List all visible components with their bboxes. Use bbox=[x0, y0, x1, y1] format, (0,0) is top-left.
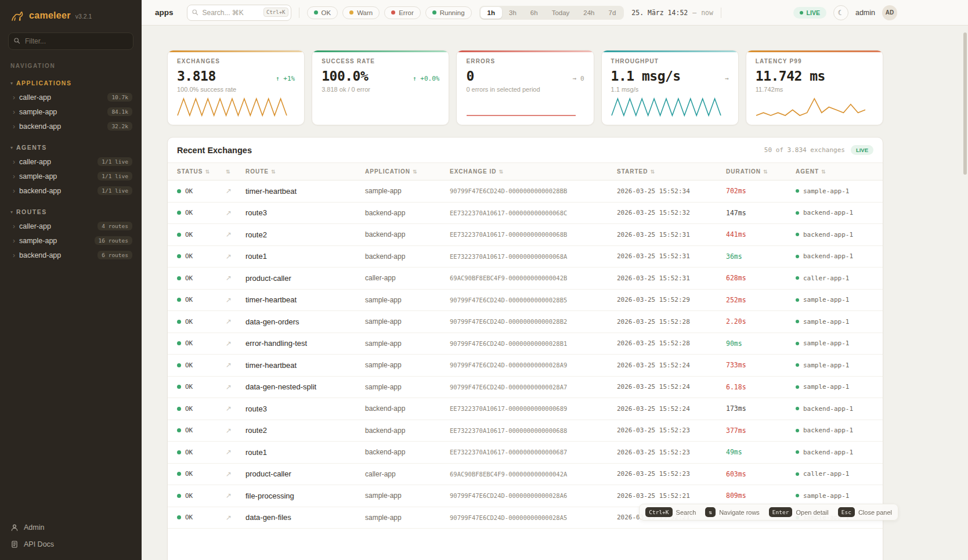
open-detail-icon[interactable]: ↗ bbox=[223, 427, 245, 435]
route-cell: data-gen-nested-split bbox=[245, 382, 365, 391]
status-dot-icon bbox=[391, 10, 395, 15]
agent-cell: backend-app-1 bbox=[796, 231, 873, 239]
sidebar-item-label: caller-app bbox=[19, 222, 51, 230]
open-detail-icon[interactable]: ↗ bbox=[223, 492, 245, 500]
agent-cell: backend-app-1 bbox=[796, 449, 873, 456]
table-row[interactable]: OK ↗ error-handling-test sample-app 9079… bbox=[168, 333, 883, 355]
stat-card-throughput: THROUGHPUT 1.1 msg/s → 1.1 msg/s bbox=[601, 50, 739, 125]
open-detail-icon[interactable]: ↗ bbox=[223, 383, 245, 391]
search-shortcut-badge: Ctrl+K bbox=[263, 8, 288, 17]
time-range-button[interactable]: 7d bbox=[602, 7, 623, 19]
col-exchange-id[interactable]: EXCHANGE ID⇅ bbox=[450, 168, 617, 175]
table-row[interactable]: OK ↗ route1 backend-app EE7322370A10617-… bbox=[168, 246, 883, 268]
col-agent[interactable]: AGENT⇅ bbox=[796, 168, 873, 175]
status-filter-chip[interactable]: Warn bbox=[342, 6, 380, 19]
table-row[interactable]: OK ↗ timer-heartbeat sample-app 90799F47… bbox=[168, 180, 883, 203]
main-area: apps Ctrl+K OK Warn Err bbox=[142, 0, 968, 560]
agent-label: backend-app-1 bbox=[803, 252, 853, 260]
sidebar-item-admin[interactable]: Admin bbox=[10, 523, 131, 532]
agent-cell: sample-app-1 bbox=[796, 187, 873, 195]
time-range-button[interactable]: Today bbox=[545, 7, 577, 19]
status-filter-chip[interactable]: Running bbox=[425, 6, 472, 19]
open-detail-icon[interactable]: ↗ bbox=[223, 470, 245, 478]
time-range-button[interactable]: 6h bbox=[523, 7, 545, 19]
exchange-id-cell: 69AC90BF8EBC4F9-000000000000042B bbox=[450, 274, 617, 281]
scrollbar-thumb[interactable] bbox=[963, 32, 967, 175]
col-route[interactable]: ROUTE⇅ bbox=[245, 168, 365, 175]
status-filter-chip[interactable]: OK bbox=[307, 6, 338, 19]
sidebar-item-route[interactable]: › backend-app 6 routes bbox=[0, 248, 142, 262]
table-row[interactable]: OK ↗ route3 backend-app EE7322370A10617-… bbox=[168, 203, 883, 225]
open-detail-icon[interactable]: ↗ bbox=[223, 187, 245, 195]
chevron-right-icon: › bbox=[13, 237, 15, 244]
avatar[interactable]: AD bbox=[882, 5, 897, 20]
col-open[interactable]: ⇅ bbox=[223, 169, 245, 175]
open-detail-icon[interactable]: ↗ bbox=[223, 296, 245, 304]
open-detail-icon[interactable]: ↗ bbox=[223, 317, 245, 326]
live-toggle[interactable]: LIVE bbox=[793, 7, 826, 19]
status-cell: OK bbox=[177, 231, 223, 239]
table-row[interactable]: OK ↗ product-caller caller-app 69AC90BF8… bbox=[168, 268, 883, 290]
exchange-id-cell: 90799F47E6CD24D-00000000000028BB bbox=[450, 187, 617, 194]
open-detail-icon[interactable]: ↗ bbox=[223, 361, 245, 369]
sidebar-item-agent[interactable]: › sample-app 1/1 live bbox=[0, 169, 142, 183]
table-row[interactable]: OK ↗ product-caller caller-app 69AC90BF8… bbox=[168, 464, 883, 486]
stat-subtitle: 3.818 ok / 0 error bbox=[322, 86, 439, 93]
open-detail-icon[interactable]: ↗ bbox=[223, 252, 245, 261]
status-label: OK bbox=[185, 470, 193, 478]
sidebar-item-agent[interactable]: › backend-app 1/1 live bbox=[0, 183, 142, 198]
live-dot-icon bbox=[800, 11, 803, 15]
sidebar-item-application[interactable]: › caller-app 10.7k bbox=[0, 90, 142, 104]
user-name[interactable]: admin bbox=[855, 9, 875, 17]
sidebar-item-route[interactable]: › sample-app 16 routes bbox=[0, 233, 142, 248]
sidebar-item-agent[interactable]: › caller-app 1/1 live bbox=[0, 154, 142, 169]
open-detail-icon[interactable]: ↗ bbox=[223, 339, 245, 348]
topbar-right: LIVE ☾ admin AD bbox=[793, 5, 897, 20]
table-row[interactable]: OK ↗ timer-heartbeat sample-app 90799F47… bbox=[168, 355, 883, 377]
exchange-id-cell: EE7322370A10617-000000000000068A bbox=[450, 253, 617, 260]
col-status[interactable]: STATUS⇅ bbox=[177, 168, 223, 175]
time-range-button[interactable]: 1h bbox=[481, 7, 502, 19]
kbd-key: Esc bbox=[838, 507, 855, 517]
open-detail-icon[interactable]: ↗ bbox=[223, 274, 245, 282]
dark-mode-toggle[interactable]: ☾ bbox=[833, 5, 848, 20]
table-row[interactable]: OK ↗ route3 backend-app EE7322370A10617-… bbox=[168, 398, 883, 420]
table-row[interactable]: OK ↗ data-gen-nested-split sample-app 90… bbox=[168, 377, 883, 399]
time-range-button[interactable]: 24h bbox=[576, 7, 601, 19]
route-cell: route2 bbox=[245, 230, 365, 239]
open-detail-icon[interactable]: ↗ bbox=[223, 230, 245, 239]
table-row[interactable]: OK ↗ timer-heartbeat sample-app 90799F47… bbox=[168, 290, 883, 312]
sidebar-item-application[interactable]: › backend-app 32.2k bbox=[0, 119, 142, 133]
table-row[interactable]: OK ↗ route2 backend-app EE7322370A10617-… bbox=[168, 420, 883, 442]
table-row[interactable]: OK ↗ data-gen-orders sample-app 90799F47… bbox=[168, 311, 883, 333]
col-application[interactable]: APPLICATION⇅ bbox=[365, 168, 450, 175]
section-header-applications[interactable]: ▾ APPLICATIONS bbox=[10, 80, 131, 86]
open-detail-icon[interactable]: ↗ bbox=[223, 448, 245, 456]
open-detail-icon[interactable]: ↗ bbox=[223, 404, 245, 413]
sidebar-item-api-docs[interactable]: API Docs bbox=[10, 540, 131, 548]
chevron-right-icon: › bbox=[13, 173, 15, 180]
sort-icon: ⇅ bbox=[413, 169, 418, 175]
duration-cell: 173ms bbox=[726, 404, 796, 413]
app-logo[interactable]: cameleer v3.2.1 bbox=[0, 0, 142, 27]
status-label: OK bbox=[185, 252, 193, 260]
open-detail-icon[interactable]: ↗ bbox=[223, 209, 245, 217]
status-filter-chip[interactable]: Error bbox=[384, 6, 421, 19]
open-detail-icon[interactable]: ↗ bbox=[223, 514, 245, 522]
col-duration[interactable]: DURATION⇅ bbox=[726, 168, 796, 175]
section-header-routes[interactable]: ▾ ROUTES bbox=[10, 208, 131, 215]
sidebar-item-route[interactable]: › caller-app 4 routes bbox=[0, 219, 142, 233]
section-header-agents[interactable]: ▾ AGENTS bbox=[10, 144, 131, 151]
agent-dot-icon bbox=[796, 429, 799, 432]
sidebar-filter-input[interactable] bbox=[8, 32, 133, 50]
table-row[interactable]: OK ↗ route1 backend-app EE7322370A10617-… bbox=[168, 442, 883, 464]
sidebar-item-application[interactable]: › sample-app 84.1k bbox=[0, 104, 142, 119]
table-live-badge[interactable]: LIVE bbox=[851, 145, 873, 155]
col-started[interactable]: STARTED⇅ bbox=[617, 168, 726, 175]
agent-cell: backend-app-1 bbox=[796, 209, 873, 216]
started-cell: 2026-03-25 15:52:28 bbox=[617, 318, 726, 326]
sidebar-item-badge: 1/1 live bbox=[97, 186, 132, 195]
table-row[interactable]: OK ↗ route2 backend-app EE7322370A10617-… bbox=[168, 224, 883, 246]
application-cell: sample-app bbox=[365, 514, 450, 522]
time-range-button[interactable]: 3h bbox=[502, 7, 523, 19]
